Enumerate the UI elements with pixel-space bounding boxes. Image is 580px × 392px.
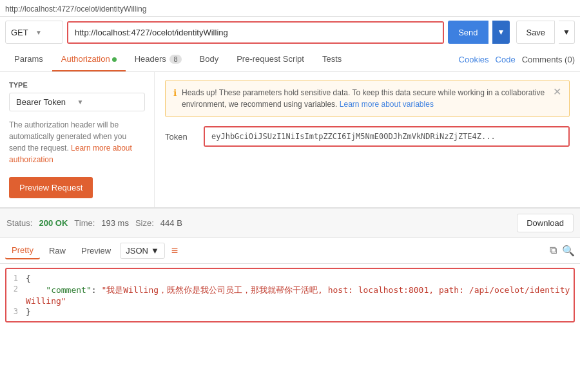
size-label: Size:	[135, 218, 154, 228]
alert-text: Heads up! These parameters hold sensitiv…	[182, 87, 548, 110]
method-value: GET	[11, 28, 33, 37]
token-label: Token	[165, 132, 197, 142]
type-select[interactable]: Bearer Token ▼	[9, 93, 145, 111]
tab-prerequest[interactable]: Pre-request Script	[227, 48, 313, 71]
token-row: Token	[165, 126, 570, 147]
response-right: Download	[517, 214, 574, 232]
body-tab-raw[interactable]: Raw	[43, 243, 72, 259]
code-area: 1 { 2 "comment": "我是Willing，既然你是我公司员工，那我…	[5, 268, 575, 322]
code-line-3: 3 }	[6, 306, 574, 317]
alert-link[interactable]: Learn more about variables	[340, 100, 434, 109]
save-arrow-button[interactable]: ▼	[559, 21, 575, 44]
alert-box: ℹ Heads up! These parameters hold sensit…	[165, 80, 570, 117]
save-button[interactable]: Save	[516, 21, 555, 44]
line-num-1: 1	[6, 274, 26, 283]
tab-tests[interactable]: Tests	[313, 48, 351, 71]
alert-icon: ℹ	[173, 88, 177, 98]
line-num-2: 2	[6, 285, 26, 294]
code-link[interactable]: Code	[496, 55, 516, 64]
right-panel: ℹ Heads up! These parameters hold sensit…	[155, 72, 580, 207]
line-content-3: }	[26, 307, 31, 317]
body-tabs-row: Pretty Raw Preview JSON ▼ ≡ ⧉ 🔍	[0, 238, 580, 264]
preview-request-button[interactable]: Preview Request	[9, 177, 93, 198]
sort-icon[interactable]: ≡	[171, 244, 179, 257]
body-tab-preview[interactable]: Preview	[75, 243, 117, 259]
headers-badge: 8	[169, 55, 181, 64]
line-content-1: {	[26, 274, 31, 283]
alert-link-text: Learn more about variables	[340, 100, 434, 109]
json-format-select[interactable]: JSON ▼	[120, 243, 165, 259]
status-label: Status:	[6, 218, 32, 228]
type-arrow-icon: ▼	[77, 98, 139, 106]
code-line-1: 1 {	[6, 273, 574, 284]
method-arrow-icon: ▼	[35, 29, 57, 36]
code-line-2: 2 "comment": "我是Willing，既然你是我公司员工，那我就帮你干…	[6, 284, 574, 306]
tab-authorization[interactable]: Authorization	[52, 48, 126, 71]
line-content-2: "comment": "我是Willing，既然你是我公司员工，那我就帮你干活吧…	[26, 285, 574, 306]
search-icon[interactable]: 🔍	[562, 245, 575, 257]
json-format-value: JSON	[126, 246, 148, 256]
tab-body[interactable]: Body	[191, 48, 228, 71]
type-label: TYPE	[9, 81, 145, 89]
main-content: TYPE Bearer Token ▼ The authorization he…	[0, 72, 580, 208]
body-icons: ⧉ 🔍	[550, 245, 575, 257]
copy-icon[interactable]: ⧉	[550, 245, 557, 257]
line-num-3: 3	[6, 307, 26, 316]
comments-link[interactable]: Comments (0)	[522, 55, 575, 64]
send-arrow-button[interactable]: ▼	[492, 21, 510, 44]
url-bar-top: http://localhost:4727/ocelot/identityWil…	[0, 0, 580, 17]
time-label: Time:	[74, 218, 95, 228]
tabs-right: Cookies Code Comments (0)	[459, 55, 575, 64]
url-input[interactable]	[68, 23, 443, 42]
method-select[interactable]: GET ▼	[5, 21, 63, 44]
url-input-wrap	[67, 21, 444, 44]
response-bar: Status: 200 OK Time: 193 ms Size: 444 B …	[0, 208, 580, 238]
authorization-link-text: authorization	[9, 155, 53, 164]
authorization-dot	[112, 57, 117, 62]
size-value: 444 B	[160, 218, 182, 228]
status-value: 200 OK	[39, 218, 68, 228]
json-format-arrow: ▼	[151, 246, 159, 256]
type-value: Bearer Token	[16, 97, 77, 107]
left-desc: The authorization header will be automat…	[9, 119, 145, 165]
learn-link-text: Learn more about	[71, 144, 132, 153]
token-input[interactable]	[205, 127, 568, 145]
cookies-link[interactable]: Cookies	[459, 55, 489, 64]
tabs-row: Params Authorization Headers 8 Body Pre-…	[0, 48, 580, 72]
url-bar-small-text: http://localhost:4727/ocelot/identityWil…	[5, 3, 146, 16]
send-button[interactable]: Send	[448, 21, 488, 44]
response-left: Status: 200 OK Time: 193 ms Size: 444 B	[6, 218, 182, 228]
time-value: 193 ms	[101, 218, 129, 228]
left-panel: TYPE Bearer Token ▼ The authorization he…	[0, 72, 155, 207]
tab-params[interactable]: Params	[5, 48, 52, 71]
tab-headers[interactable]: Headers 8	[126, 48, 191, 71]
alert-close-button[interactable]: ✕	[553, 87, 561, 97]
body-tab-pretty[interactable]: Pretty	[5, 242, 40, 259]
download-button[interactable]: Download	[517, 214, 574, 232]
request-row: GET ▼ Send ▼ Save ▼	[0, 17, 580, 48]
token-input-wrap	[204, 126, 570, 147]
